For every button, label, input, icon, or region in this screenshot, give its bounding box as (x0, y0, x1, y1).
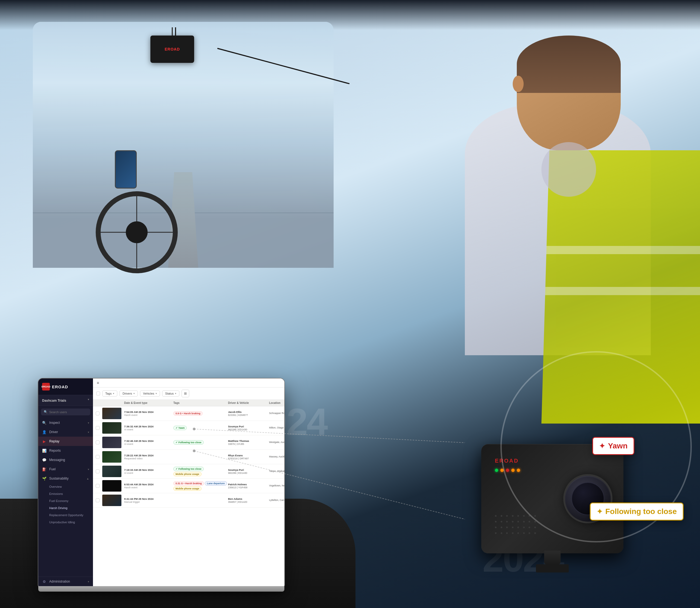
sidebar-item-replay[interactable]: ▶ Replay (38, 437, 93, 446)
sidebar-sub-fuel-economy[interactable]: Fuel Economy (38, 497, 93, 505)
speaker-dot (523, 532, 525, 534)
ceiling-dashcam-logo: EROAD (165, 47, 180, 51)
row7-thumb (102, 495, 122, 506)
callout-following-box: ✦ Following too close (590, 502, 684, 520)
row5-thumb-img (102, 466, 122, 477)
row5-checkbox[interactable] (96, 470, 99, 473)
select-all-checkbox[interactable] (96, 392, 100, 395)
row2-tag-yawn: ✓ Yawn (173, 426, 187, 430)
messaging-icon: 💬 (42, 458, 47, 462)
yawn-callout-label: Yawn (608, 442, 628, 450)
row1-thumb-img (102, 408, 122, 419)
table-row[interactable]: 6:53:44 AM 28 Nov 2024 Harsh event 0.31 … (93, 479, 284, 493)
driver-hair (517, 36, 621, 93)
sidebar-app-name-container[interactable]: Dashcam Trials ▾ (38, 395, 93, 406)
hamburger-icon[interactable]: ≡ (97, 381, 99, 385)
reports-icon: 📊 (42, 449, 47, 453)
row1-location: Schnapper Rock, Auckland (269, 412, 284, 415)
vehicles-filter[interactable]: Vehicles ▾ (140, 391, 160, 397)
row1-event-type: Harsh event (124, 414, 173, 416)
speaker-dot (534, 515, 536, 517)
replay-icon: ▶ (42, 439, 47, 443)
row3-location: Westgate, Auckland (269, 441, 284, 444)
sidebar-search-box[interactable]: 🔍 (41, 408, 90, 415)
table-row[interactable]: 9:41:44 PM 28 Nov 2024 Manual trigger Be… (93, 493, 284, 508)
table-row[interactable]: 7:36:32 AM 28 Nov 2024 AI event ✓ Yawn S… (93, 421, 284, 435)
speaker-dot (506, 532, 508, 534)
sidebar-sub-unproductive[interactable]: Unproductive Idling (38, 519, 93, 526)
row7-checkbox[interactable] (96, 498, 99, 502)
sidebar-sub-harsh-driving[interactable]: Harsh Driving (38, 505, 93, 512)
row1-thumb (102, 408, 122, 419)
row6-driver: Patrick Holmes (228, 483, 269, 486)
row6-thumb (102, 480, 122, 492)
row6-checkbox[interactable] (96, 484, 99, 488)
row2-driver: Soumya Puri (228, 425, 269, 428)
status-filter[interactable]: Status ▾ (162, 391, 179, 397)
laptop-container: EROAD EROAD Dashcam Trials ▾ 🔍 🔍 Inspect… (38, 378, 284, 586)
dashcam-physical-device: EROAD (481, 444, 623, 553)
sidebar-item-inspect-label: Inspect (49, 421, 60, 425)
vehicles-filter-label: Vehicles (143, 392, 154, 395)
table-header: Date & Event type Tags Driver & Vehicle … (93, 400, 284, 406)
search-input[interactable] (49, 411, 88, 414)
speaker-dot (506, 521, 508, 522)
tags-filter[interactable]: Tags ▾ (102, 391, 117, 397)
row2-checkbox[interactable] (96, 426, 99, 430)
phone-mount (115, 150, 137, 189)
sustainability-toggle: ▲ (87, 477, 89, 480)
speaker-dot (501, 521, 502, 522)
row7-vehicle: 394857 | ED1420 (228, 500, 269, 504)
sidebar-item-driver-label: Driver (49, 430, 58, 434)
row3-tag-following: ✓ Following too close (173, 440, 204, 444)
sidebar-item-reports-label: Reports (49, 449, 61, 453)
device-light-amber-3 (517, 469, 520, 472)
row7-driver: Ben Adams (228, 497, 269, 500)
col-date-event: Date & Event type (124, 401, 173, 404)
row4-vehicle: 8763216 | DRT497 (228, 457, 269, 460)
table-row[interactable]: 7:54:05 AM 28 Nov 2024 Harsh event 0.9 G… (93, 406, 284, 421)
row3-checkbox[interactable] (96, 440, 99, 444)
sidebar-item-messaging[interactable]: 💬 Messaging (38, 455, 93, 464)
speaker-dot (495, 515, 497, 517)
device-light-amber-1 (500, 469, 504, 472)
speaker-dot (534, 532, 536, 534)
sidebar-item-driver[interactable]: 👤 Driver ▾ (38, 428, 93, 437)
replacement-label: Replacement Opportunity (49, 513, 84, 517)
speaker-dot (517, 527, 519, 528)
search-icon: 🔍 (44, 410, 48, 414)
table-row[interactable]: 7:32:46 AM 28 Nov 2024 AI event ✓ Follow… (93, 435, 284, 450)
data-table: Date & Event type Tags Driver & Vehicle … (93, 400, 284, 586)
table-row[interactable]: 7:19:33 AM 28 Nov 2024 AI event ✓ Follow… (93, 464, 284, 479)
table-row[interactable]: 7:28:22 AM 28 Nov 2024 Requested video R… (93, 450, 284, 464)
main-content: ≡ Tags ▾ Drivers ▾ Vehicles ▾ Status (93, 378, 284, 586)
drivers-filter[interactable]: Drivers ▾ (119, 391, 138, 397)
device-light-red (506, 469, 509, 472)
speaker-dot (506, 527, 508, 528)
speaker-dot (512, 515, 514, 517)
row4-checkbox[interactable] (96, 455, 99, 459)
sidebar-sub-emissions[interactable]: Emissions (38, 490, 93, 497)
speaker-dot (506, 515, 508, 517)
col-location: Location (269, 401, 284, 404)
filter-icon-button[interactable]: ⊞ (182, 390, 189, 397)
row1-checkbox[interactable] (96, 412, 99, 415)
speaker-dot (501, 532, 502, 534)
sidebar-item-admin[interactable]: ⚙ Administration ▾ (38, 576, 93, 586)
speaker-dot (529, 515, 530, 517)
sidebar-item-sustainability[interactable]: 🌱 Sustainability ▲ (38, 474, 93, 483)
reflective-stripe-2 (541, 287, 700, 295)
sidebar-item-inspect[interactable]: 🔍 Inspect ▾ (38, 418, 93, 428)
row4-datetime: 7:28:22 AM 28 Nov 2024 (124, 454, 173, 457)
row5-thumb (102, 466, 122, 477)
row1-vehicle: 823391 | KDM877 (228, 414, 269, 416)
filter-icon: ⊞ (184, 392, 187, 395)
speaker-dot (495, 521, 497, 522)
speaker-dot (501, 527, 502, 528)
sidebar-sub-overview[interactable]: Overview (38, 483, 93, 490)
row3-vehicle: 33876 | CFJ85 (228, 443, 269, 445)
sidebar-item-reports[interactable]: 📊 Reports (38, 446, 93, 455)
eroad-brand-name: EROAD (52, 384, 68, 389)
sidebar-sub-replacement[interactable]: Replacement Opportunity (38, 512, 93, 519)
sidebar-item-fuel[interactable]: ⛽ Fuel ▾ (38, 464, 93, 474)
